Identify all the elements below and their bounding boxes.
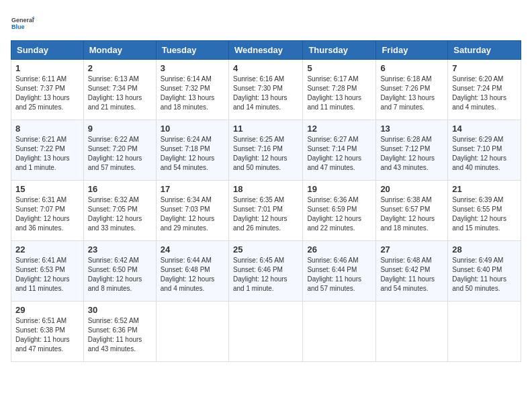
day-info-line: and 7 minutes.	[380, 103, 443, 112]
day-info-line: Daylight: 12 hours	[233, 154, 298, 163]
week-row-3: 15Sunrise: 6:31 AMSunset: 7:07 PMDayligh…	[11, 181, 521, 241]
day-info-line: and 4 minutes.	[452, 103, 517, 112]
day-info-line: Sunrise: 6:13 AM	[88, 75, 152, 84]
day-number: 11	[233, 124, 298, 134]
calendar-cell: 18Sunrise: 6:35 AMSunset: 7:01 PMDayligh…	[228, 181, 302, 241]
calendar-cell: 9Sunrise: 6:22 AMSunset: 7:20 PMDaylight…	[83, 120, 156, 181]
day-info-line: Sunrise: 6:35 AM	[233, 195, 298, 205]
day-info-line: and 47 minutes.	[307, 163, 371, 173]
day-number: 9	[88, 124, 152, 134]
day-header-wednesday: Wednesday	[228, 41, 302, 60]
calendar-cell: 21Sunrise: 6:39 AMSunset: 6:55 PMDayligh…	[448, 181, 521, 241]
calendar-cell: 3Sunrise: 6:14 AMSunset: 7:32 PMDaylight…	[156, 60, 228, 120]
day-info-line: and 4 minutes.	[161, 284, 224, 293]
day-info-line: Daylight: 12 hours	[161, 275, 224, 284]
day-info-line: and 18 minutes.	[380, 224, 443, 233]
day-info-line: Sunset: 7:24 PM	[452, 84, 517, 93]
calendar-cell: 17Sunrise: 6:34 AMSunset: 7:03 PMDayligh…	[156, 181, 228, 241]
day-info-line: Daylight: 12 hours	[233, 214, 298, 224]
day-info-line: and 50 minutes.	[452, 284, 517, 293]
day-info-line: Sunset: 7:01 PM	[233, 205, 298, 214]
day-info-line: and 43 minutes.	[380, 163, 443, 173]
day-info-line: Daylight: 12 hours	[88, 214, 152, 224]
day-info-line: Sunrise: 6:21 AM	[15, 135, 79, 144]
calendar-cell: 16Sunrise: 6:32 AMSunset: 7:05 PMDayligh…	[83, 181, 156, 241]
logo-svg: General Blue	[11, 11, 35, 35]
day-info-line: Daylight: 12 hours	[307, 214, 371, 224]
day-info-line: Daylight: 12 hours	[452, 214, 517, 224]
day-info-line: and 14 minutes.	[233, 103, 298, 112]
day-info-line: Sunset: 7:18 PM	[161, 144, 224, 154]
day-info-line: and 1 minute.	[233, 284, 298, 293]
day-info-line: Sunrise: 6:45 AM	[233, 256, 298, 265]
day-info-line: Daylight: 12 hours	[15, 275, 79, 284]
day-info-line: Sunrise: 6:18 AM	[380, 75, 443, 84]
calendar-cell: 14Sunrise: 6:29 AMSunset: 7:10 PMDayligh…	[448, 120, 521, 181]
day-info-line: and 8 minutes.	[88, 284, 152, 293]
day-header-saturday: Saturday	[448, 41, 521, 60]
day-info-line: Sunset: 6:44 PM	[307, 265, 371, 275]
day-header-sunday: Sunday	[11, 41, 84, 60]
day-info-line: and 57 minutes.	[88, 163, 152, 173]
day-number: 19	[307, 184, 371, 194]
day-info-line: Sunrise: 6:16 AM	[233, 75, 298, 84]
day-info-line: Daylight: 13 hours	[307, 93, 371, 103]
calendar-cell: 26Sunrise: 6:46 AMSunset: 6:44 PMDayligh…	[303, 241, 376, 302]
day-number: 2	[88, 63, 152, 73]
day-info-line: Sunset: 7:16 PM	[233, 144, 298, 154]
day-info-line: Sunrise: 6:52 AM	[88, 316, 152, 326]
day-info-line: Sunset: 6:42 PM	[380, 265, 443, 275]
day-info-line: and 40 minutes.	[452, 163, 517, 173]
day-info-line: and 21 minutes.	[88, 103, 152, 112]
day-info-line: and 54 minutes.	[380, 284, 443, 293]
day-info-line: Sunrise: 6:36 AM	[307, 195, 371, 205]
calendar-cell	[376, 302, 448, 362]
calendar-cell: 22Sunrise: 6:41 AMSunset: 6:53 PMDayligh…	[11, 241, 84, 302]
svg-text:General: General	[11, 17, 34, 24]
day-info-line: and 26 minutes.	[233, 224, 298, 233]
day-info-line: Sunset: 7:12 PM	[380, 144, 443, 154]
day-info-line: and 43 minutes.	[88, 345, 152, 354]
day-number: 14	[452, 124, 517, 134]
calendar-cell: 19Sunrise: 6:36 AMSunset: 6:59 PMDayligh…	[303, 181, 376, 241]
day-number: 3	[161, 63, 224, 73]
day-info-line: Daylight: 11 hours	[307, 275, 371, 284]
day-info-line: and 33 minutes.	[88, 224, 152, 233]
day-info-line: Sunset: 6:46 PM	[233, 265, 298, 275]
calendar-cell: 7Sunrise: 6:20 AMSunset: 7:24 PMDaylight…	[448, 60, 521, 120]
day-info-line: Sunrise: 6:27 AM	[307, 135, 371, 144]
day-number: 30	[88, 305, 152, 315]
day-header-thursday: Thursday	[303, 41, 376, 60]
day-number: 7	[452, 63, 517, 73]
day-info-line: Daylight: 11 hours	[88, 335, 152, 345]
day-info-line: Daylight: 12 hours	[307, 154, 371, 163]
day-info-line: Sunrise: 6:51 AM	[15, 316, 79, 326]
day-number: 18	[233, 184, 298, 194]
day-info-line: Sunrise: 6:11 AM	[15, 75, 79, 84]
day-info-line: Sunset: 7:26 PM	[380, 84, 443, 93]
day-info-line: Daylight: 13 hours	[380, 93, 443, 103]
day-number: 15	[15, 184, 79, 194]
day-info-line: Sunrise: 6:34 AM	[161, 195, 224, 205]
day-number: 5	[307, 63, 371, 73]
week-row-5: 29Sunrise: 6:51 AMSunset: 6:38 PMDayligh…	[11, 302, 521, 362]
day-info-line: Sunrise: 6:17 AM	[307, 75, 371, 84]
day-number: 24	[161, 244, 224, 255]
day-number: 20	[380, 184, 443, 194]
calendar-table: SundayMondayTuesdayWednesdayThursdayFrid…	[11, 40, 521, 362]
day-info-line: Sunset: 6:59 PM	[307, 205, 371, 214]
day-header-tuesday: Tuesday	[156, 41, 228, 60]
day-info-line: Sunrise: 6:49 AM	[452, 256, 517, 265]
calendar-cell: 27Sunrise: 6:48 AMSunset: 6:42 PMDayligh…	[376, 241, 448, 302]
day-number: 16	[88, 184, 152, 194]
day-info-line: Daylight: 13 hours	[452, 93, 517, 103]
calendar-header-row: SundayMondayTuesdayWednesdayThursdayFrid…	[11, 41, 521, 60]
calendar-cell: 15Sunrise: 6:31 AMSunset: 7:07 PMDayligh…	[11, 181, 84, 241]
day-info-line: Sunset: 6:55 PM	[452, 205, 517, 214]
day-number: 29	[15, 305, 79, 315]
day-info-line: Sunrise: 6:29 AM	[452, 135, 517, 144]
calendar-cell: 10Sunrise: 6:24 AMSunset: 7:18 PMDayligh…	[156, 120, 228, 181]
day-info-line: Daylight: 13 hours	[161, 93, 224, 103]
day-info-line: Sunrise: 6:32 AM	[88, 195, 152, 205]
day-info-line: Sunset: 7:07 PM	[15, 205, 79, 214]
